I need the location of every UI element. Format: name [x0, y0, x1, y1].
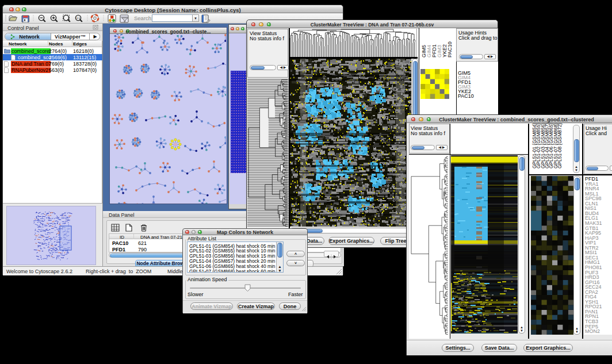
svg-text:1:1: 1:1 [76, 17, 81, 20]
svg-text:Search:: Search: [134, 15, 153, 21]
